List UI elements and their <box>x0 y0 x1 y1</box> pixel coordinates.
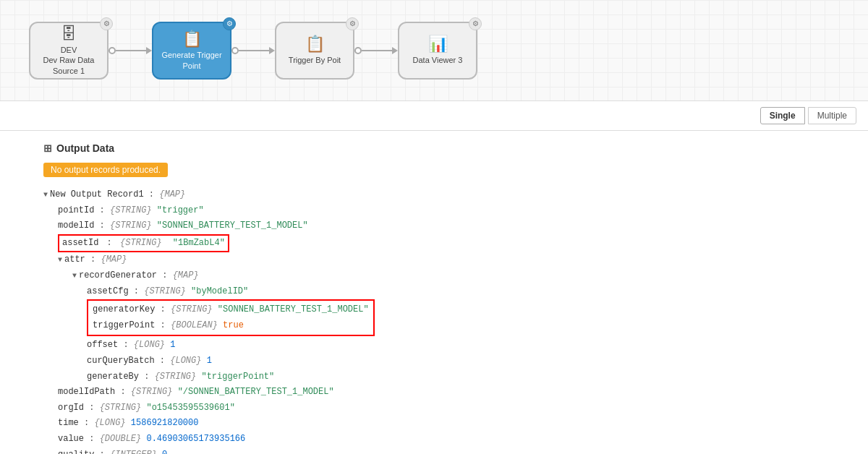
node-icon-dataviewer: 📊 <box>428 35 448 53</box>
tree-row-attr: ▼ attr : {MAP} <box>43 252 868 268</box>
tree-row-curquerybatch: curQueryBatch : {LONG} 1 <box>43 354 868 369</box>
generator-trigger-highlight: generatorKey : {STRING} "SONNEN_BATTERY_… <box>87 299 375 336</box>
arrow-head-2 <box>269 47 275 54</box>
node-wrapper-generate: ⚙ 📋 Generate Trigger Point <box>152 22 231 80</box>
arrow-connector-1 <box>109 47 152 54</box>
gear-icon-trigger: ⚙ <box>346 17 359 30</box>
node-icon-trigger: 📋 <box>305 35 325 53</box>
tree-row-orgid: orgId : {STRING} "o15453595539601" <box>43 401 868 416</box>
gear-icon-dev: ⚙ <box>100 17 113 30</box>
tree-row-modelidpath: modelIdPath : {STRING} "/SONNEN_BATTERY_… <box>43 385 868 401</box>
arrow-line-2 <box>239 50 269 51</box>
arrow-head-3 <box>392 47 398 54</box>
tree-row-root: ▼ New Output Record1 : {MAP} <box>43 187 868 203</box>
arrow-connector-3 <box>354 47 398 54</box>
arrow-toggle-root[interactable]: ▼ <box>43 189 48 202</box>
arrow-head-1 <box>146 47 152 54</box>
no-output-badge: No output records produced. <box>43 163 868 187</box>
node-label-generate: Generate Trigger Point <box>161 50 221 71</box>
tree-row-quality: quality : {INTEGER} 0 <box>43 447 868 455</box>
tree-row-recordgenerator: ▼ recordGenerator : {MAP} <box>43 268 868 284</box>
output-title: ⊞ Output Data <box>43 142 868 154</box>
arrow-line-1 <box>116 50 146 51</box>
arrow-circle-3 <box>354 47 362 54</box>
node-dev[interactable]: ⚙ 🗄 DEV Dev Raw Data Source 1 <box>29 22 109 80</box>
node-icon-dev: 🗄 <box>61 25 77 43</box>
toolbar-area: Single Multiple <box>0 101 868 131</box>
gear-icon-dataviewer: ⚙ <box>469 17 482 30</box>
data-tree: ▼ New Output Record1 : {MAP} pointId : {… <box>43 187 868 454</box>
node-generate[interactable]: ⚙ 📋 Generate Trigger Point <box>152 22 231 80</box>
tree-row-value: value : {DOUBLE} 0.46903065173935166 <box>43 432 868 447</box>
node-label-trigger: Trigger By Poit <box>289 55 341 65</box>
tree-row-assetid: assetId : {STRING} "1BmZabL4" <box>43 234 868 253</box>
assetid-highlight: assetId : {STRING} "1BmZabL4" <box>58 234 229 253</box>
tree-row-generateby: generateBy : {STRING} "triggerPoint" <box>43 369 868 385</box>
arrow-circle-1 <box>109 47 116 54</box>
arrow-toggle-attr[interactable]: ▼ <box>58 254 62 267</box>
node-label-dev: DEV Dev Raw Data Source 1 <box>43 45 95 76</box>
tree-row-assetcfg: assetCfg : {STRING} "byModelID" <box>43 284 868 300</box>
arrow-connector-2 <box>231 47 275 54</box>
tree-row-modelid: modelId : {STRING} "SONNEN_BATTERY_TEST_… <box>43 218 868 234</box>
node-dataviewer[interactable]: ⚙ 📊 Data Viewer 3 <box>398 22 477 80</box>
tree-row-offset: offset : {LONG} 1 <box>43 338 868 354</box>
arrow-toggle-recordgenerator[interactable]: ▼ <box>72 270 77 283</box>
gear-icon-generate: ⚙ <box>223 17 236 30</box>
node-wrapper-dev: ⚙ 🗄 DEV Dev Raw Data Source 1 <box>29 22 109 80</box>
tree-row-triggerpoint: triggerPoint : {BOOLEAN} true <box>93 318 369 334</box>
arrow-line-3 <box>362 50 392 51</box>
node-wrapper-trigger: ⚙ 📋 Trigger By Poit <box>275 22 354 80</box>
output-icon: ⊞ <box>43 142 52 154</box>
tree-row-generatorkey: generatorKey : {STRING} "SONNEN_BATTERY_… <box>93 302 369 318</box>
multiple-tab-button[interactable]: Multiple <box>808 107 856 124</box>
tree-row-pointid: pointId : {STRING} "trigger" <box>43 203 868 219</box>
node-icon-generate: 📋 <box>182 30 202 48</box>
node-trigger[interactable]: ⚙ 📋 Trigger By Poit <box>275 22 354 80</box>
arrow-circle-2 <box>231 47 239 54</box>
node-label-dataviewer: Data Viewer 3 <box>413 55 463 65</box>
tree-row-time: time : {LONG} 1586921820000 <box>43 416 868 432</box>
pipeline-area: ⚙ 🗄 DEV Dev Raw Data Source 1 ⚙ 📋 Genera <box>0 0 868 101</box>
pipeline-nodes: ⚙ 🗄 DEV Dev Raw Data Source 1 ⚙ 📋 Genera <box>29 22 477 80</box>
node-wrapper-dataviewer: ⚙ 📊 Data Viewer 3 <box>398 22 477 80</box>
single-tab-button[interactable]: Single <box>760 107 805 124</box>
output-area: ⊞ Output Data No output records produced… <box>0 131 868 454</box>
